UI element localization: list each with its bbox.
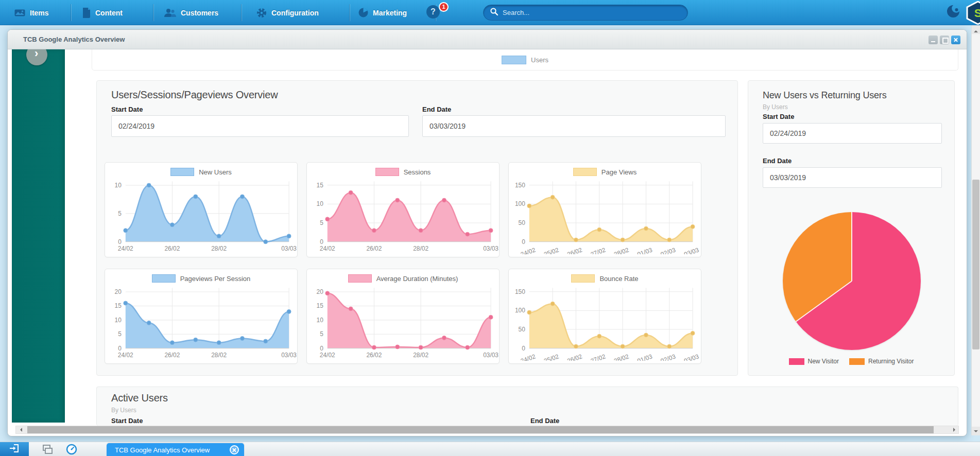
users-legend-label: Users	[531, 56, 548, 64]
chart-bounce-rate: 05010015024/0225/0226/0227/0228/0201/030…	[509, 284, 701, 363]
nav-item-marketing[interactable]: Marketing	[358, 0, 407, 25]
scroll-up-arrow[interactable]	[972, 25, 980, 34]
legend-swatch	[789, 358, 804, 365]
svg-text:15: 15	[317, 182, 324, 189]
scroll-right-arrow[interactable]	[950, 426, 958, 433]
vertical-scrollbar[interactable]	[971, 25, 980, 435]
nav-item-configuration[interactable]: Configuration	[256, 0, 319, 25]
nav-item-items[interactable]: Items	[14, 0, 49, 25]
exit-button[interactable]	[0, 442, 29, 456]
start-date-label: Start Date	[111, 417, 143, 425]
svg-text:01/03: 01/03	[637, 246, 654, 254]
svg-text:25/02: 25/02	[543, 246, 560, 254]
svg-text:24/02: 24/02	[118, 245, 133, 252]
nav-item-label: Content	[95, 9, 123, 17]
svg-text:27/02: 27/02	[590, 246, 607, 254]
pie-legend-item: Returning Visitor	[849, 358, 914, 365]
nav-separator	[71, 4, 71, 21]
users-chart-card-bottom: Users	[92, 49, 958, 71]
svg-text:10: 10	[115, 182, 122, 189]
start-date-input[interactable]	[111, 115, 409, 137]
overview-panel: Users/Sessions/Pageviews Overview Start …	[96, 80, 738, 376]
legend-label: Returning Visitor	[868, 358, 914, 365]
clock-icon[interactable]	[66, 444, 77, 456]
maximize-button[interactable]	[940, 36, 949, 44]
svg-text:50: 50	[519, 326, 526, 333]
nav-item-label: Items	[30, 9, 49, 17]
svg-text:24/02: 24/02	[118, 352, 133, 359]
svg-text:27/02: 27/02	[590, 353, 607, 361]
legend-swatch	[152, 274, 176, 283]
visitors-start-date-input[interactable]	[763, 123, 942, 144]
svg-text:25/02: 25/02	[543, 353, 560, 361]
svg-text:03/03: 03/03	[483, 352, 498, 359]
overview-panel-title: Users/Sessions/Pageviews Overview	[111, 89, 278, 101]
svg-text:24/02: 24/02	[320, 352, 335, 359]
vertical-scrollbar-thumb[interactable]	[972, 180, 979, 349]
svg-text:20: 20	[317, 288, 324, 295]
svg-text:100: 100	[515, 307, 525, 314]
nav-separator	[153, 4, 153, 21]
taskbar-tab-label: TCB Google Analytics Overview	[107, 446, 230, 454]
svg-text:24/02: 24/02	[520, 246, 537, 254]
content-icon	[82, 8, 91, 18]
svg-text:26/02: 26/02	[164, 352, 180, 359]
close-button[interactable]	[951, 36, 960, 44]
teal-sidebar	[12, 49, 65, 423]
start-date-label: Start Date	[763, 113, 794, 120]
search-input[interactable]	[503, 9, 673, 16]
svg-text:0: 0	[522, 345, 525, 352]
end-date-label: End Date	[763, 157, 792, 165]
pie-legend: New Visitor Returning Visitor	[748, 358, 954, 365]
svg-text:28/02: 28/02	[211, 352, 227, 359]
svg-text:26/02: 26/02	[164, 245, 180, 252]
chart-card-average-duration: Average Duration (Minutes) 0510152024/02…	[306, 269, 500, 364]
active-users-subtitle: By Users	[111, 407, 136, 414]
svg-text:5: 5	[118, 330, 122, 338]
scroll-down-arrow[interactable]	[972, 427, 980, 435]
svg-text:24/02: 24/02	[520, 353, 537, 361]
nav-item-customers[interactable]: Customers	[164, 0, 218, 25]
svg-text:50: 50	[519, 219, 526, 226]
svg-text:10: 10	[115, 317, 122, 324]
legend-label: Average Duration (Minutes)	[376, 275, 458, 283]
nav-item-content[interactable]: Content	[82, 0, 123, 25]
chart-pageviews-per-session: 0510152024/0226/0228/0203/03	[105, 284, 297, 363]
svg-text:28/02: 28/02	[413, 352, 428, 359]
svg-text:0: 0	[118, 345, 122, 352]
chart-new-users: 051024/0226/0228/0203/03	[105, 177, 297, 256]
chart-card-sessions: Sessions 05101524/0226/0228/0203/03	[306, 162, 500, 257]
horizontal-scrollbar-thumb[interactable]	[27, 426, 934, 433]
legend-swatch	[375, 168, 399, 176]
svg-text:5: 5	[320, 330, 323, 338]
window-title: TCB Google Analytics Overview	[23, 30, 125, 49]
svg-text:03/03: 03/03	[281, 245, 297, 252]
legend-label: Bounce Rate	[599, 275, 638, 283]
cascade-windows-icon[interactable]	[41, 444, 53, 456]
horizontal-scrollbar[interactable]	[15, 426, 959, 434]
svg-text:15: 15	[317, 302, 324, 309]
svg-text:03/03: 03/03	[281, 352, 297, 359]
taskbar-tab[interactable]: TCB Google Analytics Overview	[107, 443, 244, 456]
nav-separator	[349, 4, 350, 21]
pie-slice-divider	[796, 280, 852, 322]
svg-text:24/02: 24/02	[320, 245, 335, 252]
visitors-end-date-input[interactable]	[763, 167, 942, 188]
svg-text:0: 0	[118, 238, 122, 245]
help-icon[interactable]: ?	[426, 5, 440, 19]
nav-item-label: Marketing	[373, 9, 407, 17]
search-bar[interactable]	[483, 5, 688, 21]
active-users-title: Active Users	[111, 392, 168, 404]
svg-text:100: 100	[515, 200, 525, 207]
search-icon	[490, 7, 498, 18]
chart-average-duration: 0510152024/0226/0228/0203/03	[307, 284, 499, 363]
minimize-button[interactable]	[929, 36, 938, 44]
end-date-input[interactable]	[422, 115, 726, 137]
configuration-icon	[256, 8, 267, 18]
svg-text:15: 15	[115, 302, 122, 309]
svg-text:10: 10	[317, 317, 324, 324]
tab-close-icon[interactable]	[230, 445, 239, 454]
svg-text:150: 150	[515, 288, 525, 295]
scroll-left-arrow[interactable]	[16, 426, 24, 433]
visitors-pie-chart	[783, 212, 921, 350]
